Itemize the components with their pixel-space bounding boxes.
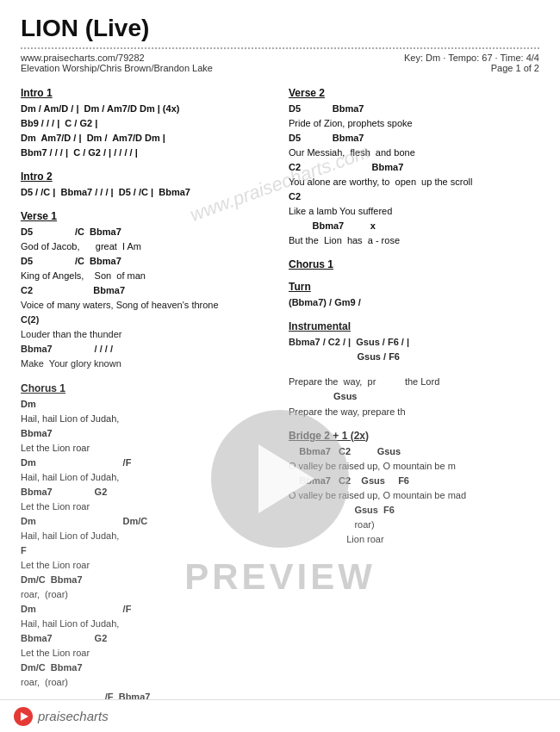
logo-icon[interactable]	[14, 707, 33, 726]
logo-play-triangle	[21, 712, 28, 721]
meta-right: Key: Dm · Tempo: 67 · Time: 4/4 Page 1 o…	[404, 53, 539, 73]
section-content-intro1: Dm / Am/D / | Dm / Am7/D Dm | (4x) Bb9 /…	[21, 102, 271, 160]
section-title-verse2: Verse 2	[289, 87, 539, 99]
bottom-bar: praisecharts	[0, 699, 560, 732]
preview-label: PREVIEW	[184, 556, 376, 598]
page-title: LION (Live)	[21, 16, 539, 42]
section-content-verse2: D5 Bbma7 Pride of Zion, prophets spoke D…	[289, 102, 539, 248]
artists: Elevation Worship/Chris Brown/Brandon La…	[21, 63, 213, 73]
section-verse2: Verse 2 D5 Bbma7 Pride of Zion, prophets…	[289, 87, 539, 248]
divider	[21, 47, 539, 49]
key-tempo-time: Key: Dm · Tempo: 67 · Time: 4/4	[404, 53, 539, 63]
meta-left: www.praisecharts.com/79282 Elevation Wor…	[21, 53, 213, 73]
url: www.praisecharts.com/79282	[21, 53, 145, 63]
page-number: Page 1 of 2	[491, 63, 539, 73]
section-intro1: Intro 1 Dm / Am/D / | Dm / Am7/D Dm | (4…	[21, 87, 271, 160]
section-title-verse1: Verse 1	[21, 210, 271, 222]
play-button[interactable]	[211, 410, 349, 548]
header: LION (Live) www.praisecharts.com/79282 E…	[0, 0, 560, 78]
section-title-intro2: Intro 2	[21, 171, 271, 183]
section-intro2: Intro 2 D5 / /C | Bbma7 / / / | D5 / /C …	[21, 171, 271, 200]
logo-text: praisecharts	[38, 709, 109, 723]
meta-row: www.praisecharts.com/79282 Elevation Wor…	[21, 53, 539, 73]
section-title-intro1: Intro 1	[21, 87, 271, 99]
section-content-intro2: D5 / /C | Bbma7 / / / | D5 / /C | Bbma7	[21, 185, 271, 200]
preview-overlay[interactable]: PREVIEW	[0, 276, 560, 732]
play-icon	[258, 444, 314, 513]
